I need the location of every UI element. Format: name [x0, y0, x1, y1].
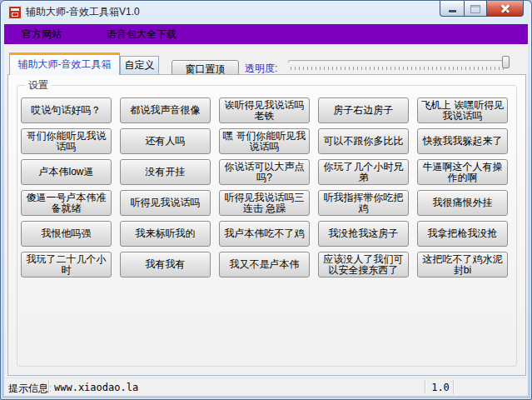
sound-button[interactable]: 我玩了二十几个小时 [21, 252, 112, 278]
sound-button[interactable]: 你说话可以大声点吗? [219, 159, 310, 185]
opacity-slider-ticks [291, 67, 507, 70]
tab-custom[interactable]: 自定义 [120, 56, 159, 74]
maximize-icon [470, 5, 480, 13]
sound-button[interactable]: 快救我我躲起来了 [417, 128, 508, 154]
sound-button[interactable]: 嘿 哥们你能听见我说话吗 [219, 128, 310, 154]
sound-button[interactable]: 你玩了几个小时兄弟 [318, 159, 409, 185]
sound-button[interactable]: 没有开挂 [120, 159, 211, 185]
sound-button-grid: 哎说句话好吗？都说我声音很像诶听得见我说话吗老铁房子右边房子飞机上 诶嘿听得见我… [21, 98, 508, 278]
status-separator [425, 380, 425, 394]
sound-button[interactable]: 我卢本伟吃不了鸡 [219, 221, 310, 247]
sound-button[interactable]: 听得见我说话吗 [120, 190, 211, 216]
sound-button[interactable]: 我恨他吗强 [21, 221, 112, 247]
opacity-slider-thumb[interactable] [502, 56, 510, 68]
sound-button[interactable]: 我拿把枪我没抢 [417, 221, 508, 247]
minimize-icon [449, 10, 456, 12]
status-separator [453, 380, 454, 394]
minimize-button[interactable] [440, 1, 464, 17]
sound-button[interactable]: 听我指挥带你吃把鸡 [318, 190, 409, 216]
status-url: www.xiaodao.la [54, 382, 138, 393]
sound-button[interactable]: 我又不是卢本伟 [219, 252, 310, 278]
app-window: 辅助大师-音效工具箱V1.0 官方网站 语音包大全下载 辅助大师-音效工具箱 自… [0, 0, 532, 400]
menu-bar: 官方网站 语音包大全下载 [4, 24, 528, 44]
sound-button[interactable]: 牛逼啊这个人有操作的啊 [417, 159, 508, 185]
sound-button[interactable]: 应该没人了我们可以安全搜东西了 [318, 252, 409, 278]
sound-button[interactable]: 这把吃不了鸡水泥封bi [417, 252, 508, 278]
sound-button[interactable]: 还有人吗 [120, 128, 211, 154]
close-button[interactable] [486, 1, 524, 17]
maximize-button[interactable] [464, 1, 486, 17]
window-title: 辅助大师-音效工具箱V1.0 [26, 1, 140, 23]
sound-button[interactable]: 诶听得见我说话吗老铁 [219, 98, 310, 123]
status-version: 1.0 [428, 382, 453, 393]
sound-button[interactable]: 飞机上 诶嘿听得见我说话吗 [417, 98, 508, 123]
sound-button[interactable]: 我很痛恨外挂 [417, 190, 508, 216]
sound-button[interactable]: 都说我声音很像 [120, 98, 211, 123]
app-icon[interactable] [8, 6, 22, 19]
sound-button[interactable]: 哎说句话好吗？ [21, 98, 112, 123]
status-bar: 提示信息: www.xiaodao.la 1.0 [4, 378, 528, 396]
client-area: 辅助大师-音效工具箱 自定义 窗口置顶 透明度: 设置 哎说句话好吗？都说我声音… [4, 44, 528, 396]
tab-sound-toolbox[interactable]: 辅助大师-音效工具箱 [9, 52, 120, 75]
opacity-slider-track[interactable] [288, 60, 510, 63]
tab-page: 设置 哎说句话好吗？都说我声音很像诶听得见我说话吗老铁房子右边房子飞机上 诶嘿听… [7, 74, 526, 376]
status-label: 提示信息: [8, 382, 51, 396]
opacity-slider[interactable] [286, 52, 511, 74]
sound-button[interactable]: 傻逼一号卢本伟准备就绪 [21, 190, 112, 216]
sound-button[interactable]: 可以不跟你多比比 [318, 128, 409, 154]
menu-item-voicepack-download[interactable]: 语音包大全下载 [98, 24, 185, 44]
menu-item-official-site[interactable]: 官方网站 [13, 24, 70, 44]
sound-button[interactable]: 哥们你能听见我说话吗 [21, 128, 112, 154]
sound-button[interactable]: 房子右边房子 [318, 98, 409, 123]
sound-button[interactable]: 我没抢我这房子 [318, 221, 409, 247]
sound-button[interactable]: 听得见我说话吗三连击 急躁 [219, 190, 310, 216]
close-icon [500, 2, 511, 14]
sound-button[interactable]: 我来标听我的 [120, 221, 211, 247]
settings-group-label: 设置 [25, 79, 52, 92]
sound-button[interactable]: 卢本伟low逼 [21, 159, 112, 185]
status-separator [48, 380, 49, 394]
sound-button[interactable]: 我有我有 [120, 252, 211, 278]
title-bar[interactable]: 辅助大师-音效工具箱V1.0 [1, 1, 531, 24]
window-controls [440, 1, 524, 17]
